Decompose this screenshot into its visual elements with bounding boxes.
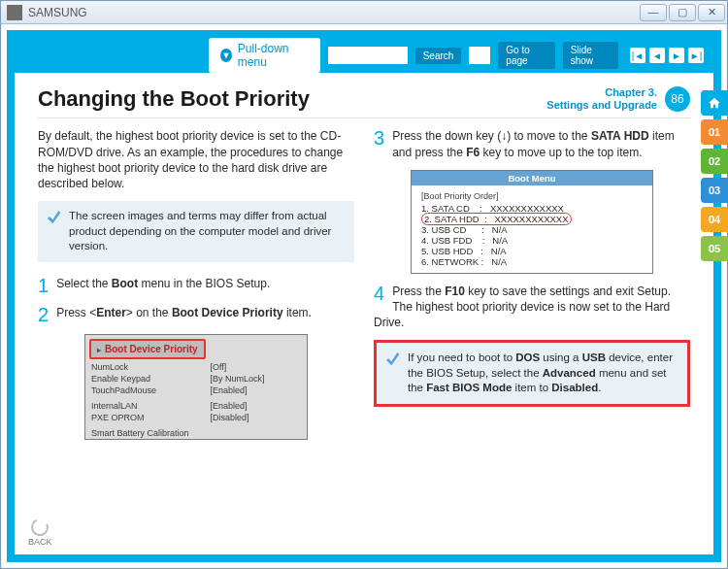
pulldown-menu-button[interactable]: ▼ Pull-down menu <box>209 38 320 73</box>
back-icon <box>29 516 51 538</box>
tab-chapter-1[interactable]: 01 <box>701 119 728 145</box>
tab-chapter-4[interactable]: 04 <box>701 207 728 232</box>
right-column: 3 Press the down key (↓) to move to the … <box>374 128 690 439</box>
pulldown-label: Pull-down menu <box>238 42 309 69</box>
titlebar: SAMSUNG — ▢ ✕ <box>1 1 727 24</box>
next-page-button[interactable]: ► <box>669 48 684 63</box>
toolbar: ▼ Pull-down menu Search Go to page Slide… <box>15 38 713 73</box>
step-1: 1 Select the Boot menu in the BIOS Setup… <box>38 276 354 295</box>
page-input[interactable] <box>469 47 490 64</box>
window-title: SAMSUNG <box>28 6 640 19</box>
viewer-frame: ▼ Pull-down menu Search Go to page Slide… <box>7 30 721 562</box>
tab-home[interactable] <box>701 90 728 116</box>
step-3: 3 Press the down key (↓) to move to the … <box>374 128 690 159</box>
check-icon <box>46 209 61 224</box>
last-page-button[interactable]: ►| <box>688 48 704 63</box>
tab-chapter-3[interactable]: 03 <box>701 178 728 203</box>
left-column: By default, the highest boot priority de… <box>38 128 354 439</box>
home-icon <box>708 96 721 110</box>
step-4: 4 Press the F10 key to save the settings… <box>374 284 690 331</box>
bios-screenshot-boot-menu: Boot Menu [Boot Priority Order] 1. SATA … <box>411 170 653 274</box>
back-button[interactable]: BACK <box>28 519 52 547</box>
close-button[interactable]: ✕ <box>698 4 725 21</box>
tab-chapter-2[interactable]: 02 <box>701 149 728 174</box>
step-2: 2 Press <Enter> on the Boot Device Prior… <box>38 305 354 324</box>
app-window: SAMSUNG — ▢ ✕ ▼ Pull-down menu Search Go… <box>0 0 728 569</box>
side-tabs: 01 02 03 04 05 <box>701 90 728 261</box>
goto-page-button[interactable]: Go to page <box>498 42 554 69</box>
slideshow-button[interactable]: Slide show <box>563 42 618 69</box>
search-input[interactable] <box>328 47 408 64</box>
bios-screenshot-boot-device: ▸Boot Device Priority NumLock[Off] Enabl… <box>84 334 308 440</box>
page-title: Changing the Boot Priority <box>38 86 310 112</box>
page-number-badge: 86 <box>665 86 690 112</box>
prev-page-button[interactable]: ◄ <box>649 48 665 63</box>
minimize-button[interactable]: — <box>640 4 667 21</box>
check-icon <box>384 351 400 366</box>
warning-note: If you need to boot to DOS using a USB d… <box>374 340 690 407</box>
chapter-label: Chapter 3. Settings and Upgrade <box>546 86 657 112</box>
chevron-down-icon: ▼ <box>220 49 232 62</box>
app-icon <box>7 5 22 20</box>
first-page-button[interactable]: |◄ <box>630 48 645 63</box>
tab-chapter-5[interactable]: 05 <box>701 236 728 261</box>
page-content: Changing the Boot Priority Chapter 3. Se… <box>15 73 713 554</box>
intro-text: By default, the highest boot priority de… <box>38 128 354 191</box>
maximize-button[interactable]: ▢ <box>669 4 696 21</box>
search-button[interactable]: Search <box>415 48 462 64</box>
info-note: The screen images and terms may differ f… <box>38 201 354 262</box>
